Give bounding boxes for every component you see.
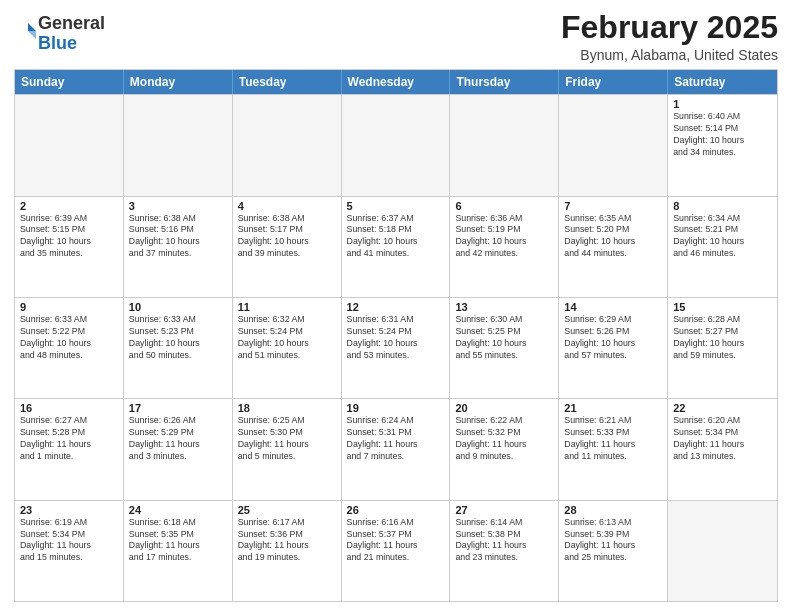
cal-cell: 18Sunrise: 6:25 AM Sunset: 5:30 PM Dayli… (233, 399, 342, 499)
cal-cell: 11Sunrise: 6:32 AM Sunset: 5:24 PM Dayli… (233, 298, 342, 398)
location-title: Bynum, Alabama, United States (561, 47, 778, 63)
cal-cell: 8Sunrise: 6:34 AM Sunset: 5:21 PM Daylig… (668, 197, 777, 297)
cal-header-saturday: Saturday (668, 70, 777, 94)
day-number: 16 (20, 402, 118, 414)
day-info: Sunrise: 6:25 AM Sunset: 5:30 PM Dayligh… (238, 415, 336, 463)
cal-cell: 23Sunrise: 6:19 AM Sunset: 5:34 PM Dayli… (15, 501, 124, 601)
day-info: Sunrise: 6:28 AM Sunset: 5:27 PM Dayligh… (673, 314, 772, 362)
calendar-header-row: SundayMondayTuesdayWednesdayThursdayFrid… (15, 70, 777, 94)
logo-general: General (38, 13, 105, 33)
cal-cell: 24Sunrise: 6:18 AM Sunset: 5:35 PM Dayli… (124, 501, 233, 601)
logo-blue: Blue (38, 33, 77, 53)
cal-header-tuesday: Tuesday (233, 70, 342, 94)
cal-week-3: 16Sunrise: 6:27 AM Sunset: 5:28 PM Dayli… (15, 398, 777, 499)
logo-icon (16, 21, 38, 43)
day-info: Sunrise: 6:34 AM Sunset: 5:21 PM Dayligh… (673, 213, 772, 261)
cal-cell: 2Sunrise: 6:39 AM Sunset: 5:15 PM Daylig… (15, 197, 124, 297)
cal-cell: 5Sunrise: 6:37 AM Sunset: 5:18 PM Daylig… (342, 197, 451, 297)
day-info: Sunrise: 6:13 AM Sunset: 5:39 PM Dayligh… (564, 517, 662, 565)
day-number: 21 (564, 402, 662, 414)
cal-cell: 1Sunrise: 6:40 AM Sunset: 5:14 PM Daylig… (668, 95, 777, 195)
cal-cell (450, 95, 559, 195)
cal-cell: 27Sunrise: 6:14 AM Sunset: 5:38 PM Dayli… (450, 501, 559, 601)
day-number: 2 (20, 200, 118, 212)
day-number: 8 (673, 200, 772, 212)
cal-cell: 9Sunrise: 6:33 AM Sunset: 5:22 PM Daylig… (15, 298, 124, 398)
svg-marker-0 (28, 23, 36, 31)
calendar: SundayMondayTuesdayWednesdayThursdayFrid… (14, 69, 778, 602)
day-info: Sunrise: 6:30 AM Sunset: 5:25 PM Dayligh… (455, 314, 553, 362)
day-info: Sunrise: 6:21 AM Sunset: 5:33 PM Dayligh… (564, 415, 662, 463)
month-title: February 2025 (561, 10, 778, 45)
day-info: Sunrise: 6:36 AM Sunset: 5:19 PM Dayligh… (455, 213, 553, 261)
cal-cell (124, 95, 233, 195)
day-info: Sunrise: 6:22 AM Sunset: 5:32 PM Dayligh… (455, 415, 553, 463)
cal-cell: 17Sunrise: 6:26 AM Sunset: 5:29 PM Dayli… (124, 399, 233, 499)
day-info: Sunrise: 6:38 AM Sunset: 5:16 PM Dayligh… (129, 213, 227, 261)
calendar-body: 1Sunrise: 6:40 AM Sunset: 5:14 PM Daylig… (15, 94, 777, 601)
cal-cell: 22Sunrise: 6:20 AM Sunset: 5:34 PM Dayli… (668, 399, 777, 499)
day-number: 28 (564, 504, 662, 516)
cal-header-sunday: Sunday (15, 70, 124, 94)
svg-marker-1 (28, 31, 36, 39)
cal-cell (15, 95, 124, 195)
cal-cell (233, 95, 342, 195)
day-info: Sunrise: 6:27 AM Sunset: 5:28 PM Dayligh… (20, 415, 118, 463)
day-info: Sunrise: 6:24 AM Sunset: 5:31 PM Dayligh… (347, 415, 445, 463)
day-number: 3 (129, 200, 227, 212)
cal-header-thursday: Thursday (450, 70, 559, 94)
day-info: Sunrise: 6:33 AM Sunset: 5:22 PM Dayligh… (20, 314, 118, 362)
day-number: 19 (347, 402, 445, 414)
cal-cell (559, 95, 668, 195)
day-number: 1 (673, 98, 772, 110)
page: General Blue February 2025 Bynum, Alabam… (0, 0, 792, 612)
cal-week-1: 2Sunrise: 6:39 AM Sunset: 5:15 PM Daylig… (15, 196, 777, 297)
day-number: 7 (564, 200, 662, 212)
day-number: 15 (673, 301, 772, 313)
cal-cell: 25Sunrise: 6:17 AM Sunset: 5:36 PM Dayli… (233, 501, 342, 601)
cal-header-wednesday: Wednesday (342, 70, 451, 94)
day-number: 5 (347, 200, 445, 212)
day-number: 17 (129, 402, 227, 414)
cal-cell: 20Sunrise: 6:22 AM Sunset: 5:32 PM Dayli… (450, 399, 559, 499)
day-info: Sunrise: 6:29 AM Sunset: 5:26 PM Dayligh… (564, 314, 662, 362)
day-info: Sunrise: 6:37 AM Sunset: 5:18 PM Dayligh… (347, 213, 445, 261)
cal-cell: 21Sunrise: 6:21 AM Sunset: 5:33 PM Dayli… (559, 399, 668, 499)
logo-text: General Blue (38, 14, 105, 54)
day-number: 18 (238, 402, 336, 414)
header: General Blue February 2025 Bynum, Alabam… (14, 10, 778, 63)
day-info: Sunrise: 6:14 AM Sunset: 5:38 PM Dayligh… (455, 517, 553, 565)
cal-cell: 14Sunrise: 6:29 AM Sunset: 5:26 PM Dayli… (559, 298, 668, 398)
day-number: 24 (129, 504, 227, 516)
day-info: Sunrise: 6:20 AM Sunset: 5:34 PM Dayligh… (673, 415, 772, 463)
cal-cell: 15Sunrise: 6:28 AM Sunset: 5:27 PM Dayli… (668, 298, 777, 398)
cal-cell: 12Sunrise: 6:31 AM Sunset: 5:24 PM Dayli… (342, 298, 451, 398)
day-number: 25 (238, 504, 336, 516)
day-info: Sunrise: 6:32 AM Sunset: 5:24 PM Dayligh… (238, 314, 336, 362)
day-number: 10 (129, 301, 227, 313)
cal-cell: 3Sunrise: 6:38 AM Sunset: 5:16 PM Daylig… (124, 197, 233, 297)
cal-cell: 13Sunrise: 6:30 AM Sunset: 5:25 PM Dayli… (450, 298, 559, 398)
cal-week-2: 9Sunrise: 6:33 AM Sunset: 5:22 PM Daylig… (15, 297, 777, 398)
day-info: Sunrise: 6:38 AM Sunset: 5:17 PM Dayligh… (238, 213, 336, 261)
day-number: 22 (673, 402, 772, 414)
cal-week-0: 1Sunrise: 6:40 AM Sunset: 5:14 PM Daylig… (15, 94, 777, 195)
day-number: 4 (238, 200, 336, 212)
day-info: Sunrise: 6:18 AM Sunset: 5:35 PM Dayligh… (129, 517, 227, 565)
cal-cell: 4Sunrise: 6:38 AM Sunset: 5:17 PM Daylig… (233, 197, 342, 297)
day-number: 20 (455, 402, 553, 414)
cal-cell (342, 95, 451, 195)
day-info: Sunrise: 6:39 AM Sunset: 5:15 PM Dayligh… (20, 213, 118, 261)
cal-header-friday: Friday (559, 70, 668, 94)
title-area: February 2025 Bynum, Alabama, United Sta… (561, 10, 778, 63)
day-number: 23 (20, 504, 118, 516)
day-info: Sunrise: 6:35 AM Sunset: 5:20 PM Dayligh… (564, 213, 662, 261)
day-info: Sunrise: 6:26 AM Sunset: 5:29 PM Dayligh… (129, 415, 227, 463)
cal-cell: 6Sunrise: 6:36 AM Sunset: 5:19 PM Daylig… (450, 197, 559, 297)
cal-header-monday: Monday (124, 70, 233, 94)
day-info: Sunrise: 6:17 AM Sunset: 5:36 PM Dayligh… (238, 517, 336, 565)
day-info: Sunrise: 6:16 AM Sunset: 5:37 PM Dayligh… (347, 517, 445, 565)
day-number: 13 (455, 301, 553, 313)
cal-cell: 19Sunrise: 6:24 AM Sunset: 5:31 PM Dayli… (342, 399, 451, 499)
cal-cell: 26Sunrise: 6:16 AM Sunset: 5:37 PM Dayli… (342, 501, 451, 601)
